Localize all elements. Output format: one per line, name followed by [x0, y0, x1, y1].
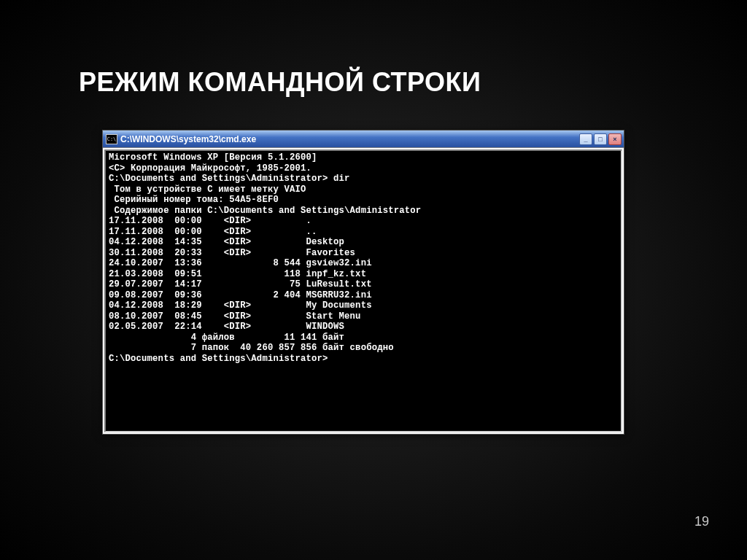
cmd-icon: C:\	[106, 134, 117, 144]
terminal-line: 21.03.2008 09:51 118 inpf_kz.txt	[109, 269, 618, 280]
terminal-line: 02.05.2007 22:14 <DIR> WINDOWS	[109, 322, 618, 332]
terminal-line: 7 папок 40 260 857 856 байт свободно	[109, 343, 618, 354]
terminal-line: 24.10.2007 13:36 8 544 gsview32.ini	[109, 258, 618, 269]
minimize-button[interactable]: _	[579, 133, 592, 145]
terminal-line: Содержимое папки C:\Documents and Settin…	[109, 206, 618, 217]
window-controls: _ □ ×	[579, 133, 622, 145]
terminal-body[interactable]: Microsoft Windows XP [Версия 5.1.2600] <…	[104, 149, 622, 432]
window-title: C:\WINDOWS\system32\cmd.exe	[120, 134, 579, 144]
page-number: 19	[694, 514, 709, 529]
maximize-button[interactable]: □	[594, 133, 607, 145]
terminal-line: 17.11.2008 00:00 <DIR> .	[109, 216, 618, 227]
close-button[interactable]: ×	[608, 133, 622, 145]
slide-title: РЕЖИМ КОМАНДНОЙ СТРОКИ	[79, 67, 481, 98]
terminal-line: <C> Корпорация Майкрософт, 1985-2001.	[109, 163, 618, 174]
terminal-line: C:\Documents and Settings\Administrator>	[109, 354, 618, 365]
terminal-line: 29.07.2007 14:17 75 LuResult.txt	[109, 279, 618, 290]
terminal-line: 30.11.2008 20:33 <DIR> Favorites	[109, 248, 618, 259]
terminal-line: 4 файлов 11 141 байт	[109, 332, 618, 343]
window-titlebar[interactable]: C:\ C:\WINDOWS\system32\cmd.exe _ □ ×	[103, 131, 624, 148]
cmd-window: C:\ C:\WINDOWS\system32\cmd.exe _ □ × Mi…	[102, 130, 624, 435]
terminal-line: C:\Documents and Settings\Administrator>…	[109, 174, 618, 184]
terminal-line: 04.12.2008 18:29 <DIR> My Documents	[109, 300, 618, 311]
terminal-line: Том в устройстве C имеет метку VAIO	[109, 184, 618, 195]
terminal-line: Microsoft Windows XP [Версия 5.1.2600]	[109, 152, 618, 163]
terminal-line: 09.08.2007 09:36 2 404 MSGRRU32.ini	[109, 290, 618, 301]
terminal-line: Серийный номер тома: 54A5-8EF0	[109, 195, 618, 206]
terminal-line: 08.10.2007 08:45 <DIR> Start Menu	[109, 311, 618, 322]
terminal-line: 04.12.2008 14:35 <DIR> Desktop	[109, 237, 618, 248]
terminal-line: 17.11.2008 00:00 <DIR> ..	[109, 227, 618, 238]
